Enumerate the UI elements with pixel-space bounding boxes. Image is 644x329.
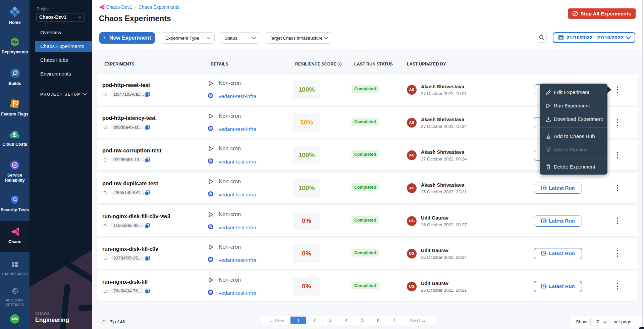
svg-text:☸: ☸ [209, 257, 213, 262]
svg-text:☸: ☸ [209, 158, 213, 163]
svg-text:☸: ☸ [209, 126, 213, 131]
svg-text:☸: ☸ [209, 93, 213, 98]
svg-text:☸: ☸ [209, 191, 213, 196]
svg-text:☸: ☸ [209, 224, 213, 229]
svg-text:☸: ☸ [209, 290, 213, 295]
